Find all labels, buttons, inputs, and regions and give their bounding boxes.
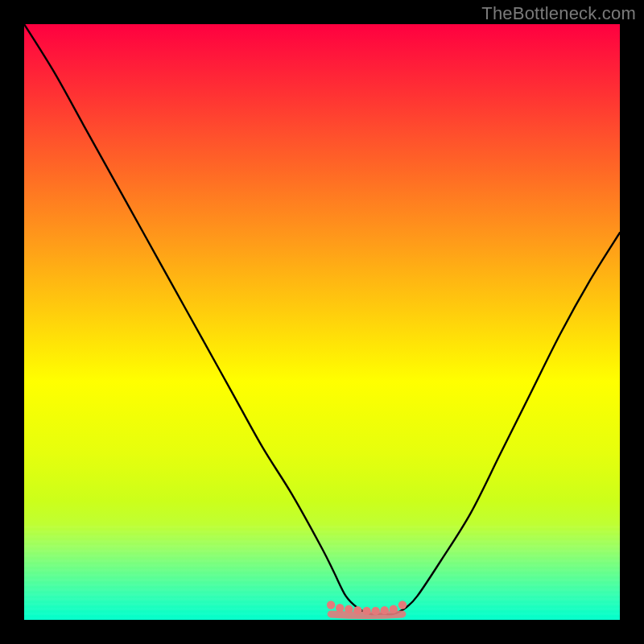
flat-region-dots xyxy=(327,601,407,615)
plot-area xyxy=(24,24,620,620)
marker-dot xyxy=(381,606,389,614)
marker-dot xyxy=(336,604,344,612)
watermark-text: TheBottleneck.com xyxy=(481,3,636,24)
marker-dot xyxy=(398,601,407,609)
marker-dot xyxy=(353,606,361,614)
marker-dot xyxy=(362,607,370,615)
marker-dot xyxy=(345,605,353,613)
bottleneck-curve xyxy=(24,24,620,614)
marker-dot xyxy=(390,605,398,613)
chart-frame: { "watermark": "TheBottleneck.com", "col… xyxy=(0,0,644,644)
marker-dot xyxy=(327,601,335,609)
curve-svg xyxy=(24,24,620,620)
marker-dot xyxy=(371,607,379,615)
